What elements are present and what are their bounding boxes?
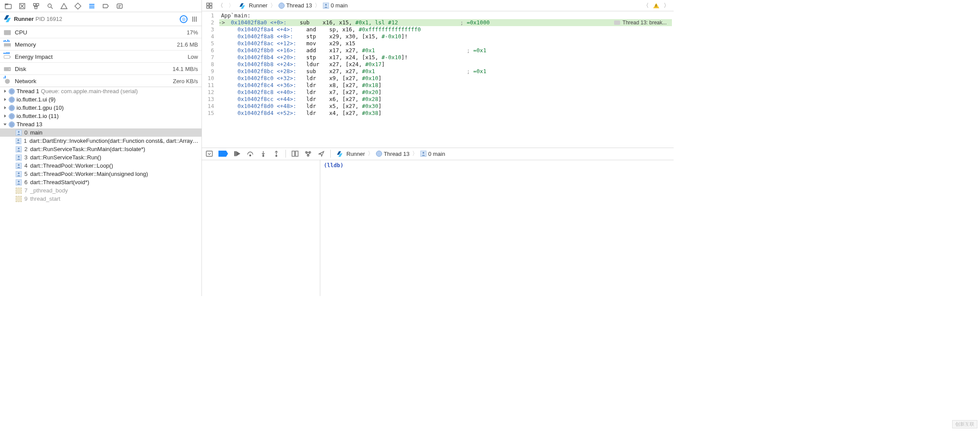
- process-name: Runner: [14, 16, 34, 22]
- svg-rect-26: [207, 6, 209, 8]
- thread-list[interactable]: Thread 1 Queue: com.apple.main-thread (s…: [0, 87, 201, 296]
- disasm-line: App`main:: [219, 12, 672, 19]
- stack-frame-row[interactable]: 6dart::ThreadStart(void*): [0, 178, 201, 186]
- disasm-line: 0x10402f8c0 <+32>: ldr x9, [x27, #0x10]: [219, 75, 672, 82]
- debug-toolbar: Runner 〉 Thread 13 〉 0 main: [202, 148, 674, 160]
- step-out-button[interactable]: [272, 150, 280, 157]
- network-icon: [3, 78, 11, 84]
- tests-icon[interactable]: [74, 2, 82, 10]
- hide-debug-icon[interactable]: [205, 150, 213, 157]
- stack-frame-row[interactable]: 0main: [0, 128, 201, 137]
- svg-rect-7: [89, 6, 94, 7]
- svg-rect-13: [10, 56, 11, 57]
- back-button[interactable]: 〈: [217, 2, 224, 10]
- user-frame-icon: [16, 138, 21, 144]
- variables-pane[interactable]: [202, 160, 320, 296]
- chevron-right-icon[interactable]: [3, 114, 7, 118]
- chevron-right-icon[interactable]: [3, 89, 7, 94]
- stack-frame-row[interactable]: 7_pthread_body: [0, 186, 201, 195]
- console-pane[interactable]: (lldb): [320, 160, 674, 296]
- svg-point-31: [250, 155, 251, 156]
- memory-graph-icon[interactable]: [304, 150, 312, 157]
- svg-point-16: [5, 79, 10, 84]
- disasm-line: 0x10402f8b8 <+24>: ldur x27, [x24, #0x17…: [219, 61, 672, 68]
- continue-button[interactable]: [233, 150, 241, 157]
- disasm-line: 0x10402f8bc <+28>: sub x27, x27, #0x1 ; …: [219, 68, 672, 75]
- profile-icon[interactable]: ◎: [180, 15, 188, 23]
- next-issue-button[interactable]: 〉: [663, 2, 670, 10]
- debug-gauge-icon[interactable]: [88, 2, 96, 10]
- thread-row[interactable]: io.flutter.1.ui (9): [0, 95, 201, 104]
- stat-disk[interactable]: Disk 14.1 MB/s: [0, 63, 201, 75]
- svg-point-21: [18, 164, 20, 166]
- frame-icon: [420, 151, 426, 157]
- debug-navigator: Runner PID 16912 ◎ CPU 17% Memory 21.6 M…: [0, 0, 202, 296]
- svg-rect-24: [207, 3, 209, 5]
- stack-frame-row[interactable]: 1dart::DartEntry::InvokeFunction(dart::F…: [0, 137, 201, 145]
- chevron-right-icon[interactable]: [3, 106, 7, 110]
- thread-icon: [9, 105, 15, 111]
- breakpoint-glyph-icon: [614, 20, 620, 25]
- step-into-button[interactable]: [259, 150, 267, 157]
- user-frame-icon: [16, 163, 22, 169]
- stat-network[interactable]: Network Zero KB/s: [0, 75, 201, 87]
- disasm-line: 0x10402f8c8 <+40>: ldr x7, [x27, #0x20]: [219, 89, 672, 96]
- thread-icon: [376, 151, 382, 157]
- user-frame-icon: [16, 171, 22, 177]
- svg-rect-29: [206, 151, 212, 156]
- user-frame-icon: [16, 130, 22, 136]
- stack-frame-row[interactable]: 9thread_start: [0, 195, 201, 203]
- step-over-button[interactable]: [246, 150, 254, 157]
- disasm-line: 0x10402f8a4 <+4>: and sp, x16, #0xffffff…: [219, 26, 672, 33]
- stat-energy[interactable]: Energy Impact Low: [0, 51, 201, 63]
- disassembly-view[interactable]: 123456789101112131415 App`main:-> 0x1040…: [202, 11, 674, 148]
- disasm-line: 0x10402f8d0 <+48>: ldr x5, [x27, #0x30]: [219, 103, 672, 110]
- user-frame-icon: [16, 146, 22, 152]
- warning-icon[interactable]: [653, 3, 659, 8]
- chevron-down-icon[interactable]: [3, 122, 7, 127]
- chevron-right-icon[interactable]: [3, 98, 7, 102]
- thread-row[interactable]: Thread 13: [0, 120, 201, 128]
- disasm-line: 0x10402f8cc <+44>: ldr x6, [x27, #0x28]: [219, 96, 672, 103]
- navigator-toolbar: [0, 0, 201, 12]
- system-frame-icon: [16, 188, 22, 194]
- svg-point-5: [48, 4, 51, 7]
- view-debug-icon[interactable]: [291, 150, 299, 157]
- stack-frame-row[interactable]: 4dart::ThreadPool::Worker::Loop(): [0, 162, 201, 170]
- symbols-icon[interactable]: [32, 2, 40, 10]
- breakpoint-annotation[interactable]: Thread 13: break...: [611, 19, 669, 26]
- folder-icon[interactable]: [4, 2, 12, 10]
- stack-frame-row[interactable]: 5dart::ThreadPool::Worker::Main(unsigned…: [0, 170, 201, 178]
- svg-point-19: [18, 148, 20, 149]
- find-icon[interactable]: [46, 2, 54, 10]
- breadcrumb-debug[interactable]: Runner 〉 Thread 13 〉 0 main: [336, 150, 445, 158]
- disk-icon: [3, 66, 11, 72]
- view-options-icon[interactable]: [191, 16, 198, 23]
- issues-icon[interactable]: [60, 2, 68, 10]
- source-control-icon[interactable]: [18, 2, 26, 10]
- breakpoints-toggle[interactable]: [218, 151, 228, 157]
- related-items-icon[interactable]: [205, 2, 213, 10]
- stack-frame-row[interactable]: 2dart::RunServiceTask::RunMain(dart::Iso…: [0, 145, 201, 153]
- stat-cpu[interactable]: CPU 17%: [0, 26, 201, 38]
- thread-row[interactable]: io.flutter.1.gpu (10): [0, 104, 201, 112]
- process-pid: PID 16912: [36, 16, 62, 22]
- breakpoint-nav-icon[interactable]: [102, 2, 110, 10]
- thread-row[interactable]: io.flutter.1.io (11): [0, 112, 201, 120]
- disasm-line: 0x10402f8b4 <+20>: stp x17, x24, [x15, #…: [219, 54, 672, 61]
- thread-icon: [279, 3, 285, 9]
- location-icon[interactable]: [317, 150, 325, 157]
- thread-icon: [9, 88, 15, 94]
- forward-button[interactable]: 〉: [228, 2, 235, 10]
- breadcrumb-top[interactable]: Runner 〉 Thread 13 〉 0 main: [238, 2, 639, 10]
- svg-point-39: [423, 152, 424, 154]
- user-frame-icon: [16, 179, 22, 185]
- svg-point-23: [18, 181, 20, 182]
- thread-row[interactable]: Thread 1 Queue: com.apple.main-thread (s…: [0, 87, 201, 95]
- stat-memory[interactable]: Memory 21.6 MB: [0, 38, 201, 51]
- svg-rect-4: [35, 7, 37, 9]
- report-icon[interactable]: [116, 2, 124, 10]
- svg-rect-35: [295, 151, 298, 156]
- prev-issue-button[interactable]: 〈: [642, 2, 650, 10]
- stack-frame-row[interactable]: 3dart::RunServiceTask::Run(): [0, 153, 201, 162]
